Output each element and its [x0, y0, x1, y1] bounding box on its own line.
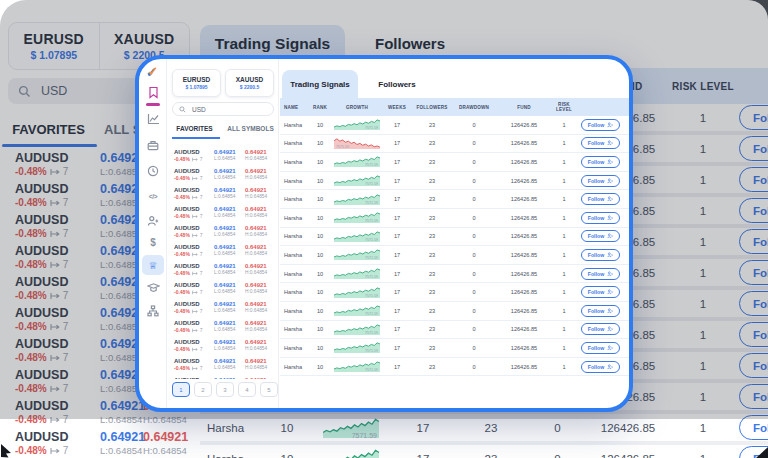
- code-icon[interactable]: </>: [139, 189, 167, 203]
- follow-user-icon: [607, 122, 613, 128]
- symbol-list-item[interactable]: AUDUSD -0.48% 7 0.64921 L:0.64854 0.6492…: [167, 280, 279, 299]
- signals-crown-icon[interactable]: ♕: [142, 255, 164, 275]
- symbol-list-item[interactable]: AUDUSD -0.48% 7 0.64921 L:0.64854 0.6492…: [0, 427, 230, 458]
- tab-xauusd[interactable]: XAUUSD $ 2200.5: [225, 69, 274, 97]
- tab-followers[interactable]: Followers: [362, 70, 432, 98]
- symbol-list-item[interactable]: AUDUSD -0.48% 7 0.64921 L:0.64854 0.6492…: [167, 185, 279, 204]
- page-1[interactable]: 1: [172, 382, 190, 397]
- dollar-icon[interactable]: $: [139, 235, 167, 249]
- symbol-list-item[interactable]: AUDUSD -0.48% 7 0.64921 L:0.64854 0.6492…: [167, 356, 279, 375]
- tab-eurusd[interactable]: EURUSD $ 1.07895: [172, 69, 221, 97]
- signal-row[interactable]: Harsha 10 7571.59 17 23 0 126426.85 1 Fo…: [280, 209, 629, 228]
- bid-price: 0.64921: [214, 301, 236, 307]
- drawdown-value: 0: [452, 308, 496, 314]
- signal-row[interactable]: Harsha 10 7571.59 17 23 0 126426.85 1 Fo…: [280, 302, 629, 321]
- signal-row[interactable]: Harsha 10 7571.59 17 23 0 126426.85 1 Fo…: [280, 339, 629, 358]
- symbol-list-item[interactable]: AUDUSD -0.48% 7 0.64921 L:0.64854 0.6492…: [167, 223, 279, 242]
- trader-name: Harsha: [284, 159, 308, 165]
- followers-value: 23: [412, 271, 452, 277]
- rank-value: 10: [308, 345, 332, 351]
- follow-button[interactable]: Follow: [581, 249, 620, 261]
- symbol-name: AUDUSD: [174, 358, 203, 364]
- history-icon[interactable]: [139, 163, 167, 179]
- follow-button[interactable]: Follow: [581, 286, 620, 298]
- page-3[interactable]: 3: [216, 382, 234, 397]
- hierarchy-icon[interactable]: [139, 303, 167, 319]
- invite-user-icon[interactable]: [139, 213, 167, 229]
- symbol-list-item[interactable]: AUDUSD -0.48% 7 0.64921 L:0.64854 0.6492…: [167, 299, 279, 318]
- symbol-list-item[interactable]: AUDUSD -0.48% 7 0.64921 L:0.64854 0.6492…: [167, 166, 279, 185]
- signal-row[interactable]: Harsha 10 7571.59 17 23 0 126426.85 1 Fo…: [280, 228, 629, 247]
- signal-row[interactable]: Harsha 10 7571.59 17 23 0 126426.85 1 Fo…: [280, 190, 629, 209]
- symbol-change: -0.48%: [174, 327, 190, 333]
- signal-row[interactable]: Harsha 10 7571.59 17 23 0 126426.85 1 Fo…: [280, 265, 629, 284]
- follow-button[interactable]: Follow: [581, 323, 620, 335]
- followers-value: 23: [456, 453, 526, 458]
- page-2[interactable]: 2: [194, 382, 212, 397]
- signal-row[interactable]: Harsha 10 7571.59 17 23 0 126426.85 1 Fo…: [280, 172, 629, 191]
- bid-low: L:0.64854: [214, 346, 236, 351]
- follow-button[interactable]: Follow: [581, 230, 620, 242]
- symbol-list-item[interactable]: AUDUSD -0.48% 7 0.64921 L:0.64854 0.6492…: [167, 261, 279, 280]
- ask-price: 0.64921: [245, 225, 267, 231]
- signal-row[interactable]: Harsha 10 7571.59 17 23 0 126426.85 1 Fo…: [280, 321, 629, 340]
- signal-row[interactable]: Harsha 10 7571.59 17 23 0 126426.85 1 Fo…: [280, 358, 629, 377]
- signal-row[interactable]: Harsha 10 7571.59 17 23 0 126426.85 1 Fo…: [200, 445, 768, 458]
- symbol-list-item[interactable]: AUDUSD -0.48% 7 0.64921 L:0.64854 0.6492…: [167, 242, 279, 261]
- chart-icon[interactable]: [139, 111, 167, 127]
- spread-icon: [192, 347, 198, 352]
- follow-button[interactable]: Follow: [581, 268, 620, 280]
- fund-value: 126426.85: [496, 345, 552, 351]
- follow-button[interactable]: Follow: [581, 305, 620, 317]
- follow-button[interactable]: Follow: [581, 156, 620, 168]
- follow-button[interactable]: Follow: [581, 361, 620, 373]
- signal-row[interactable]: Harsha 10 7571.59 17 23 0 126426.85 1 Fo…: [280, 283, 629, 302]
- symbol-list-item[interactable]: AUDUSD -0.48% 7 0.64921 L:0.64854 0.6492…: [167, 375, 279, 379]
- symbol-change: -0.48%: [174, 232, 190, 238]
- follow-user-icon: [607, 140, 613, 146]
- follow-button[interactable]: Follow: [581, 193, 620, 205]
- follow-button[interactable]: Follow: [581, 342, 620, 354]
- weeks-value: 17: [382, 159, 412, 165]
- tab-favorites[interactable]: FAVORITES: [167, 125, 222, 132]
- symbol-change: -0.48%: [174, 346, 190, 352]
- fund-value: 126426.85: [496, 178, 552, 184]
- spread-value: 7: [200, 365, 203, 371]
- symbol-list-item[interactable]: AUDUSD -0.48% 7 0.64921 L:0.64854 0.6492…: [167, 147, 279, 166]
- ask-price: 0.64921: [245, 244, 267, 250]
- search-input[interactable]: [190, 105, 260, 114]
- briefcase-icon[interactable]: [139, 137, 167, 153]
- signal-row[interactable]: Harsha 10 7571.59 17 23 0 126426.85 1 Fo…: [280, 116, 629, 135]
- spread-value: 7: [200, 175, 203, 181]
- signal-row[interactable]: Harsha 10 7571.59 17 23 0 126426.85 1 Fo…: [280, 246, 629, 265]
- tab-all-symbols[interactable]: ALL SYMBOLS: [222, 125, 279, 132]
- symbol-list-item[interactable]: AUDUSD -0.48% 7 0.64921 L:0.64854 0.6492…: [167, 204, 279, 223]
- page-5[interactable]: 5: [260, 382, 278, 397]
- ask-price: 0.64921: [245, 149, 267, 155]
- tab-trading-signals[interactable]: Trading Signals: [282, 70, 358, 98]
- page-4[interactable]: 4: [238, 382, 256, 397]
- growth-sparkline: 7571.59: [334, 230, 380, 242]
- growth-value: 7571.59: [365, 201, 378, 205]
- growth-value: 7571.59: [336, 145, 349, 149]
- follow-button[interactable]: Follow: [581, 119, 620, 131]
- follow-button[interactable]: Follow: [581, 175, 620, 187]
- modal-sidebar: ✓ </> $ ♕: [139, 59, 167, 408]
- growth-sparkline: 7571.59: [334, 267, 380, 279]
- follow-button[interactable]: Follow: [581, 137, 620, 149]
- growth-value: 7571.59: [365, 331, 378, 335]
- follow-button[interactable]: Follow: [581, 212, 620, 224]
- signal-row[interactable]: Harsha 10 7571.59 17 23 0 126426.85 1 Fo…: [280, 135, 629, 154]
- symbol-list-item[interactable]: AUDUSD -0.48% 7 0.64921 L:0.64854 0.6492…: [167, 318, 279, 337]
- drawdown-value: 0: [526, 422, 589, 434]
- spread-icon: [192, 252, 198, 257]
- education-icon[interactable]: [139, 279, 167, 295]
- ask-price: 0.64921: [143, 430, 188, 444]
- signal-row[interactable]: Harsha 10 7571.59 17 23 0 126426.85 1 Fo…: [280, 153, 629, 172]
- symbol-list-item[interactable]: AUDUSD -0.48% 7 0.64921 L:0.64854 0.6492…: [167, 337, 279, 356]
- growth-value: 7571.59: [365, 275, 378, 279]
- search-bar[interactable]: [172, 102, 274, 116]
- rank-value: 10: [308, 252, 332, 258]
- bookmark-icon[interactable]: [139, 83, 167, 101]
- growth-sparkline: 7571.59: [334, 304, 380, 316]
